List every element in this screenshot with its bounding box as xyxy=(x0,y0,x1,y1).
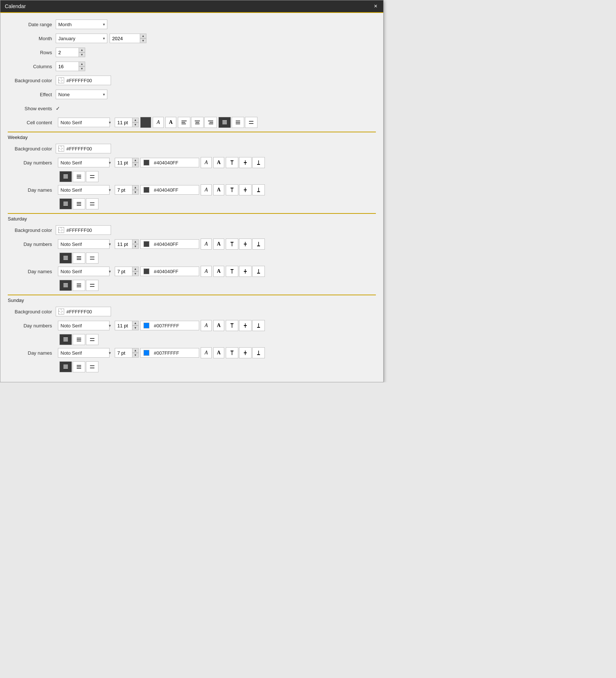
saturday-dnames-color-btn[interactable]: #404040FF xyxy=(140,267,199,276)
saturday-dnames-valign-top[interactable] xyxy=(226,266,238,277)
cell-content-color-btn[interactable] xyxy=(140,117,151,128)
cell-content-align-center[interactable] xyxy=(191,117,204,128)
weekday-dnames-density-medium[interactable] xyxy=(73,198,85,209)
weekday-bg-color-swatch-wrap[interactable]: #FFFFFF00 xyxy=(56,144,111,153)
rows-spinner[interactable]: ▲ ▼ xyxy=(56,48,85,57)
saturday-dn-color-btn[interactable]: #404040FF xyxy=(140,239,199,249)
effect-select-wrap[interactable]: NoneShadowBlur xyxy=(56,90,107,99)
columns-up[interactable]: ▲ xyxy=(79,62,85,66)
show-events-check[interactable]: ✓ xyxy=(56,105,60,111)
sunday-dnames-bold[interactable]: A xyxy=(213,347,224,358)
weekday-dnames-color-btn[interactable]: #404040FF xyxy=(140,185,199,195)
sunday-dnames-pt-down[interactable]: ▼ xyxy=(132,353,139,358)
saturday-dn-density-tight[interactable] xyxy=(59,253,72,264)
saturday-dnames-density-medium[interactable] xyxy=(73,280,85,291)
weekday-dn-italic[interactable]: A xyxy=(201,157,212,168)
saturday-dnames-italic[interactable]: A xyxy=(201,266,212,277)
columns-down[interactable]: ▼ xyxy=(79,66,85,71)
sunday-dnames-italic[interactable]: A xyxy=(201,347,212,358)
year-down[interactable]: ▼ xyxy=(140,38,146,43)
sunday-dn-valign-top[interactable] xyxy=(226,320,238,331)
cell-content-pt-spinner[interactable]: ▲ ▼ xyxy=(115,118,139,127)
saturday-dn-valign-bot[interactable] xyxy=(252,239,265,250)
date-range-select-wrap[interactable]: MonthDayWeekYear xyxy=(56,20,107,29)
cell-content-align-left[interactable] xyxy=(178,117,190,128)
saturday-dn-valign-mid[interactable] xyxy=(239,239,252,250)
sunday-dnames-valign-mid[interactable] xyxy=(239,347,252,358)
cell-content-align-right[interactable] xyxy=(204,117,217,128)
saturday-dnames-font-select[interactable]: Noto Serif xyxy=(58,267,110,276)
cell-content-italic-btn[interactable]: A xyxy=(153,117,164,128)
month-select[interactable]: JanuaryFebruaryMarchApril MayJuneJulyAug… xyxy=(56,34,107,43)
weekday-dn-color-btn[interactable]: #404040FF xyxy=(140,158,199,167)
columns-spinner[interactable]: ▲ ▼ xyxy=(56,62,85,71)
sunday-dnames-pt-up[interactable]: ▲ xyxy=(132,348,139,353)
sunday-dn-font-select[interactable]: Noto Serif xyxy=(58,321,110,330)
weekday-dnames-pt-up[interactable]: ▲ xyxy=(132,185,139,190)
weekday-dn-density-loose[interactable] xyxy=(86,171,98,182)
weekday-dn-pt-spinner[interactable]: ▲ ▼ xyxy=(115,158,139,167)
weekday-dnames-valign-mid[interactable] xyxy=(239,184,252,195)
cell-content-font-select-wrap[interactable]: Noto SerifArialTimes New Roman xyxy=(58,118,113,127)
sunday-dn-density-tight[interactable] xyxy=(59,334,72,345)
effect-select[interactable]: NoneShadowBlur xyxy=(56,90,107,99)
saturday-dnames-pt-spinner[interactable]: ▲ ▼ xyxy=(115,267,139,276)
saturday-dnames-density-loose[interactable] xyxy=(86,280,98,291)
saturday-dn-font-wrap[interactable]: Noto Serif xyxy=(58,239,113,249)
saturday-dn-pt-spinner[interactable]: ▲ ▼ xyxy=(115,239,139,249)
saturday-dn-font-select[interactable]: Noto Serif xyxy=(58,239,110,249)
sunday-bg-color-swatch-wrap[interactable]: #FFFFFF00 xyxy=(56,307,111,316)
sunday-dn-color-btn[interactable]: #007FFFFF xyxy=(140,321,199,330)
saturday-dnames-valign-bot[interactable] xyxy=(252,266,265,277)
sunday-dn-pt-down[interactable]: ▼ xyxy=(132,326,139,330)
sunday-dn-pt-spinner[interactable]: ▲ ▼ xyxy=(115,321,139,330)
cell-content-density-loose[interactable] xyxy=(245,117,257,128)
saturday-dn-density-medium[interactable] xyxy=(73,253,85,264)
date-range-select[interactable]: MonthDayWeekYear xyxy=(56,20,107,29)
weekday-dn-density-tight[interactable] xyxy=(59,171,72,182)
saturday-dnames-pt-up[interactable]: ▲ xyxy=(132,267,139,271)
saturday-dn-valign-top[interactable] xyxy=(226,239,238,250)
year-up[interactable]: ▲ xyxy=(140,34,146,38)
weekday-dn-valign-bot[interactable] xyxy=(252,157,265,168)
weekday-dnames-font-select[interactable]: Noto SerifArial xyxy=(58,185,110,195)
cell-content-density-tight[interactable] xyxy=(218,117,231,128)
weekday-dnames-italic[interactable]: A xyxy=(201,184,212,195)
weekday-dn-pt-up[interactable]: ▲ xyxy=(132,158,139,163)
year-spinner[interactable]: ▲ ▼ xyxy=(110,34,146,43)
sunday-dnames-color-btn[interactable]: #007FFFFF xyxy=(140,348,199,358)
saturday-dn-italic[interactable]: A xyxy=(201,239,212,250)
weekday-dn-font-select[interactable]: Noto SerifArial xyxy=(58,158,110,167)
weekday-dn-font-wrap[interactable]: Noto SerifArial xyxy=(58,158,113,167)
weekday-dn-valign-top[interactable] xyxy=(226,157,238,168)
sunday-dnames-font-select[interactable]: Noto Serif xyxy=(58,348,110,358)
sunday-dnames-pt-spinner[interactable]: ▲ ▼ xyxy=(115,348,139,358)
saturday-dn-pt-up[interactable]: ▲ xyxy=(132,239,139,244)
close-button[interactable]: × xyxy=(373,3,379,9)
weekday-dnames-pt-spinner[interactable]: ▲ ▼ xyxy=(115,185,139,195)
saturday-dnames-pt-down[interactable]: ▼ xyxy=(132,271,139,276)
sunday-dnames-density-medium[interactable] xyxy=(73,361,85,372)
cell-content-font-select[interactable]: Noto SerifArialTimes New Roman xyxy=(58,118,110,127)
sunday-dn-italic[interactable]: A xyxy=(201,320,212,331)
sunday-dnames-font-wrap[interactable]: Noto Serif xyxy=(58,348,113,358)
weekday-dnames-pt-down[interactable]: ▼ xyxy=(132,190,139,195)
saturday-dn-density-loose[interactable] xyxy=(86,253,98,264)
saturday-dnames-valign-mid[interactable] xyxy=(239,266,252,277)
sunday-dn-density-medium[interactable] xyxy=(73,334,85,345)
weekday-dn-density-medium[interactable] xyxy=(73,171,85,182)
sunday-dn-valign-mid[interactable] xyxy=(239,320,252,331)
header-bg-color-swatch-wrap[interactable]: #FFFFFF00 xyxy=(56,76,111,85)
saturday-dnames-density-tight[interactable] xyxy=(59,280,72,291)
weekday-dnames-bold[interactable]: A xyxy=(213,184,224,195)
saturday-dnames-font-wrap[interactable]: Noto Serif xyxy=(58,267,113,276)
weekday-dn-valign-mid[interactable] xyxy=(239,157,252,168)
sunday-dn-valign-bot[interactable] xyxy=(252,320,265,331)
rows-up[interactable]: ▲ xyxy=(79,48,85,52)
weekday-dnames-valign-bot[interactable] xyxy=(252,184,265,195)
saturday-dnames-bold[interactable]: A xyxy=(213,266,224,277)
sunday-dnames-valign-top[interactable] xyxy=(226,347,238,358)
rows-down[interactable]: ▼ xyxy=(79,52,85,57)
sunday-dn-bold[interactable]: A xyxy=(213,320,224,331)
weekday-dnames-density-loose[interactable] xyxy=(86,198,98,209)
